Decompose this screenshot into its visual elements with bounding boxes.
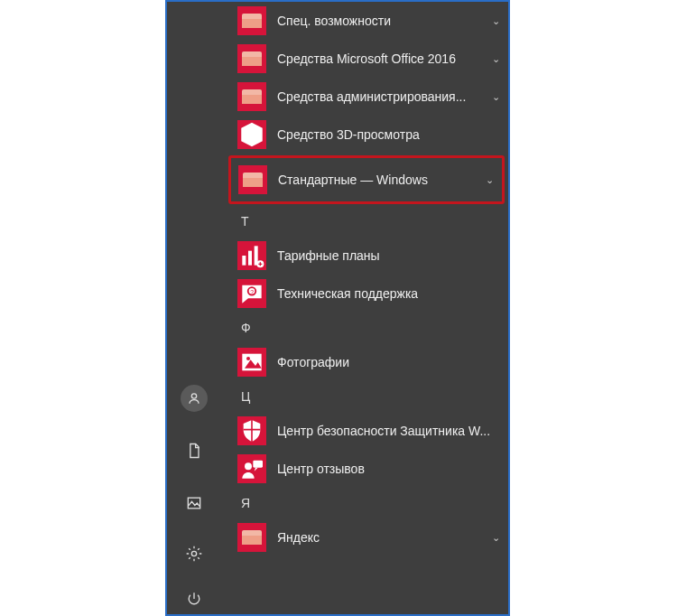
app-3d-viewer[interactable]: Средство 3D-просмотра [232, 116, 508, 154]
cube-icon [237, 120, 266, 149]
chevron-down-icon: ⌄ [483, 91, 508, 103]
chevron-down-icon: ⌄ [483, 53, 508, 65]
item-label: Центр безопасности Защитника W... [277, 424, 508, 438]
letter-heading-t[interactable]: Т [232, 206, 508, 237]
folder-office-tools[interactable]: Средства Microsoft Office 2016 ⌄ [232, 40, 508, 78]
app-defender-security-center[interactable]: Центр безопасности Защитника W... [232, 412, 508, 450]
app-tech-support[interactable]: ? Техническая поддержка [232, 275, 508, 313]
folder-admin-tools[interactable]: Средства администрирования... ⌄ [232, 78, 508, 116]
svg-point-13 [191, 551, 196, 555]
folder-windows-accessories[interactable]: Стандартные — Windows ⌄ [228, 155, 505, 204]
app-feedback-hub[interactable]: Центр отзывов [232, 450, 508, 488]
letter-label: Ц [241, 389, 250, 404]
svg-rect-0 [242, 256, 246, 266]
documents-button[interactable] [175, 432, 213, 470]
item-label: Стандартные — Windows [278, 173, 477, 187]
folder-icon [237, 44, 266, 73]
power-button[interactable] [175, 580, 213, 616]
item-label: Яндекс [277, 530, 483, 545]
folder-icon [238, 165, 267, 194]
document-icon [185, 442, 203, 460]
svg-rect-10 [253, 461, 263, 468]
item-label: Средства Microsoft Office 2016 [277, 51, 483, 66]
chat-question-icon: ? [237, 279, 266, 308]
app-photos[interactable]: Фотографии [232, 343, 508, 381]
bars-plus-icon [237, 241, 266, 270]
folder-yandex[interactable]: Яндекс ⌄ [232, 518, 508, 556]
svg-point-8 [246, 357, 250, 360]
shield-icon [237, 416, 266, 445]
start-rail [167, 2, 221, 614]
chevron-down-icon: ⌄ [477, 174, 502, 186]
feedback-person-icon [237, 454, 266, 483]
letter-label: Я [241, 496, 250, 510]
item-label: Средства администрирования... [277, 89, 483, 104]
item-label: Тарифные планы [277, 248, 508, 263]
chevron-down-icon: ⌄ [483, 15, 508, 27]
svg-text:?: ? [250, 289, 254, 295]
app-tariff-plans[interactable]: Тарифные планы [232, 237, 508, 275]
letter-label: Т [241, 214, 249, 229]
account-button[interactable] [175, 379, 213, 417]
app-list: Спец. возможности ⌄ Средства Microsoft O… [232, 2, 508, 614]
folder-icon [237, 82, 266, 111]
item-label: Спец. возможности [277, 14, 483, 28]
svg-point-9 [245, 462, 252, 470]
letter-heading-ts[interactable]: Ц [232, 381, 508, 412]
svg-rect-1 [248, 251, 252, 266]
item-label: Средство 3D-просмотра [277, 127, 508, 142]
svg-point-11 [191, 394, 196, 398]
pictures-icon [185, 494, 203, 512]
item-label: Фотографии [277, 355, 508, 369]
settings-button[interactable] [175, 535, 213, 573]
photo-icon [237, 348, 266, 377]
folder-accessibility[interactable]: Спец. возможности ⌄ [232, 2, 508, 40]
item-label: Центр отзывов [277, 462, 508, 476]
item-label: Техническая поддержка [277, 286, 508, 301]
letter-label: Ф [241, 321, 251, 335]
person-icon [181, 385, 208, 412]
folder-icon [237, 6, 266, 35]
pictures-button[interactable] [175, 484, 213, 522]
gear-icon [185, 545, 203, 563]
folder-icon [237, 523, 266, 552]
start-menu-panel: Спец. возможности ⌄ Средства Microsoft O… [165, 0, 510, 616]
letter-heading-f[interactable]: Ф [232, 313, 508, 343]
power-icon [185, 590, 203, 608]
chevron-down-icon: ⌄ [483, 532, 508, 544]
letter-heading-ya[interactable]: Я [232, 488, 508, 518]
